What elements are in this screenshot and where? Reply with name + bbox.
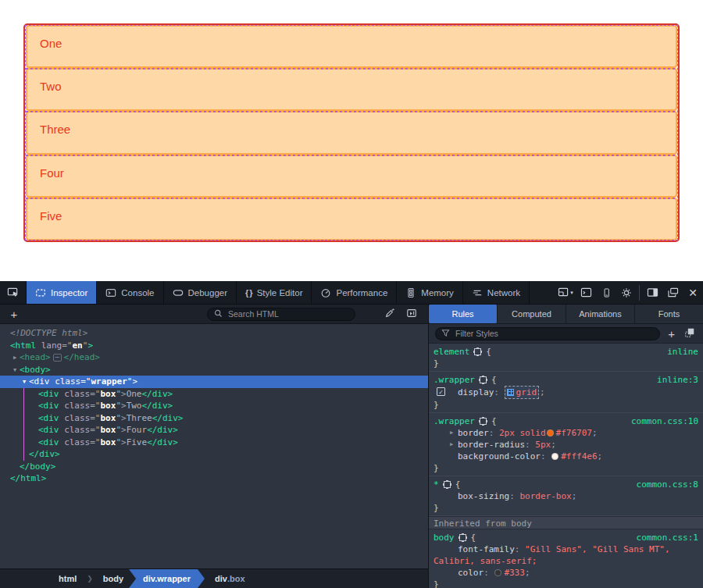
split-console-icon[interactable] [576, 281, 596, 305]
chevron-down-icon: ▾ [570, 290, 573, 296]
markup-token: <html [10, 340, 36, 351]
markup-line[interactable]: ▶<head>⋯</head> [0, 351, 428, 364]
markup-token: "> [127, 376, 137, 387]
tab-debugger[interactable]: Debugger [164, 281, 237, 304]
rule-selector-line: body{common.css:1 [429, 532, 703, 543]
property-name[interactable]: border-radius [458, 439, 525, 451]
chevron-right-icon[interactable]: ▶ [10, 352, 20, 365]
color-swatch[interactable] [547, 429, 554, 437]
semicolon: ; [598, 451, 603, 462]
add-node-button[interactable]: + [6, 308, 22, 320]
markup-line[interactable]: <div class="box">Five</div> [0, 437, 428, 449]
selector-highlighter-icon[interactable] [480, 418, 487, 425]
markup-line[interactable]: <div class="box">One</div> [0, 388, 428, 401]
markup-line[interactable]: <div class="box">Three</div> [0, 412, 428, 425]
property-name[interactable]: font-family [458, 543, 515, 555]
markup-token: box [101, 413, 116, 423]
collapsed-content-badge[interactable]: ⋯ [53, 354, 62, 362]
tab-inspector[interactable]: Inspector [27, 281, 97, 304]
selector-highlighter-icon[interactable] [459, 534, 466, 541]
selector-highlighter-icon[interactable] [474, 348, 481, 355]
demo-box: Four [26, 155, 677, 198]
filter-styles-input[interactable] [454, 328, 654, 339]
separate-window-icon[interactable] [662, 281, 683, 305]
responsive-mode-icon[interactable] [596, 281, 616, 305]
property-value[interactable]: #333 [504, 567, 525, 579]
tab-network[interactable]: Network [463, 281, 530, 304]
close-brace: } [429, 462, 703, 474]
tab-console[interactable]: Console [97, 281, 163, 304]
colon: : [494, 387, 504, 398]
tab-animations[interactable]: Animations [566, 305, 635, 323]
colon: : [515, 543, 525, 555]
markup-line[interactable]: </html> [0, 472, 428, 485]
css-rule: body{common.css:1font-family: "Gill Sans… [429, 529, 703, 588]
property-value[interactable]: grid [516, 387, 537, 398]
demo-box-label: Three [40, 123, 70, 136]
pseudo-class-icon[interactable] [684, 327, 695, 340]
selector-highlighter-icon[interactable] [480, 376, 487, 383]
breadcrumb-item-html[interactable]: html [48, 569, 87, 588]
property-value[interactable]: 2px solid [499, 427, 546, 439]
property-name[interactable]: color [458, 567, 484, 579]
close-icon[interactable]: ✕ [683, 281, 703, 305]
rule-selector: * [434, 479, 439, 490]
markup-line[interactable]: <div class="box">Four</div> [0, 424, 428, 437]
markup-line[interactable]: <!DOCTYPE html> [0, 327, 428, 340]
tab-performance[interactable]: Performance [312, 281, 397, 304]
stylesheet-link[interactable]: inline [667, 346, 698, 358]
property-value[interactable]: "Gill Sans", "Gill Sans MT", [525, 543, 669, 555]
tab-style-editor[interactable]: { }Style Editor [237, 281, 312, 304]
node-picker-icon[interactable] [0, 281, 27, 304]
filter-styles-box[interactable] [435, 327, 660, 340]
stylesheet-link[interactable]: common.css:1 [637, 532, 698, 543]
breadcrumb-item-divwrapper[interactable]: div.wrapper [129, 569, 205, 588]
markup-line[interactable]: </div> [0, 448, 428, 461]
property-name[interactable]: background-color [458, 451, 541, 462]
property-value[interactable]: border-box [519, 490, 571, 502]
selector-highlighter-icon[interactable] [444, 481, 451, 488]
breadcrumb-item-div[interactable]: div.box [205, 569, 255, 588]
stylesheet-link[interactable]: common.css:10 [631, 415, 698, 427]
search-html-box[interactable] [207, 308, 355, 321]
grid-highlighter-toggle[interactable]: grid [505, 386, 540, 399]
color-swatch[interactable] [494, 569, 501, 576]
breadcrumb-item-body[interactable]: body [93, 569, 134, 588]
property-name[interactable]: display [458, 387, 494, 398]
add-rule-icon[interactable]: + [668, 328, 675, 340]
tab-memory[interactable]: Memory [397, 281, 463, 304]
property-name[interactable]: box-sizing [458, 490, 509, 502]
tab-rules[interactable]: Rules [429, 305, 498, 323]
property-name[interactable]: border [458, 427, 489, 439]
markup-line[interactable]: <html lang="en"> [0, 340, 428, 352]
property-value[interactable]: 5px [535, 439, 551, 451]
eyedropper-icon[interactable] [384, 308, 395, 320]
property-value[interactable]: #f76707 [556, 427, 592, 439]
markup-line[interactable]: </body> [0, 461, 428, 473]
search-html-input[interactable] [227, 308, 348, 319]
color-swatch[interactable] [551, 453, 558, 460]
sidebar-toggle-icon[interactable] [406, 308, 417, 320]
dock-side-icon[interactable] [642, 281, 662, 305]
markup-line[interactable]: ▼<div class="wrapper"> [0, 376, 428, 388]
close-brace: } [429, 579, 703, 588]
css-declaration: color: #333; [429, 567, 703, 579]
expand-shorthand-icon[interactable]: ▶ [450, 439, 453, 451]
grid-icon[interactable] [507, 389, 514, 396]
tab-fonts[interactable]: Fonts [635, 305, 703, 323]
settings-icon[interactable] [616, 281, 637, 305]
chevron-down-icon[interactable]: ▼ [20, 376, 29, 389]
tab-computed[interactable]: Computed [498, 305, 566, 323]
chevron-down-icon[interactable]: ▼ [10, 365, 20, 377]
frames-picker-icon[interactable]: ▾ [555, 281, 576, 305]
markup-line[interactable]: <div class="box">Two</div> [0, 400, 428, 412]
stylesheet-link[interactable]: common.css:8 [637, 479, 698, 490]
markup-line[interactable]: ▼<body> [0, 364, 428, 376]
expand-shorthand-icon[interactable]: ▶ [450, 427, 453, 439]
tab-console-icon [105, 287, 116, 298]
markup-token: <head> [20, 352, 51, 362]
property-enabled-checkbox[interactable]: ✓ [437, 387, 445, 396]
markup-token: =" [90, 437, 100, 447]
stylesheet-link[interactable]: inline:3 [657, 374, 698, 386]
property-value[interactable]: #fff4e6 [561, 451, 597, 462]
